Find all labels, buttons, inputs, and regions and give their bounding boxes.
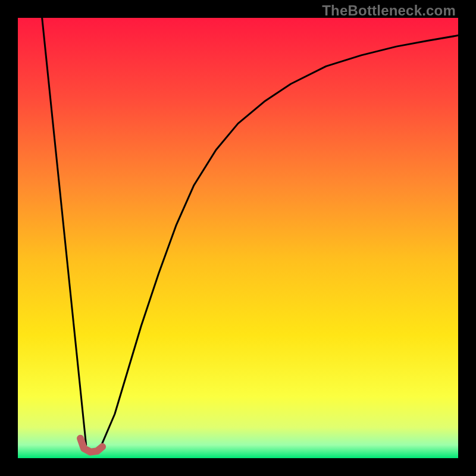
watermark-text: TheBottleneck.com xyxy=(322,2,456,19)
bottom-squiggle xyxy=(80,439,102,452)
right-curve xyxy=(102,36,458,445)
left-line xyxy=(42,18,86,445)
curve-layer xyxy=(18,18,458,458)
plot-area xyxy=(18,18,458,458)
chart-frame: TheBottleneck.com xyxy=(0,0,476,476)
